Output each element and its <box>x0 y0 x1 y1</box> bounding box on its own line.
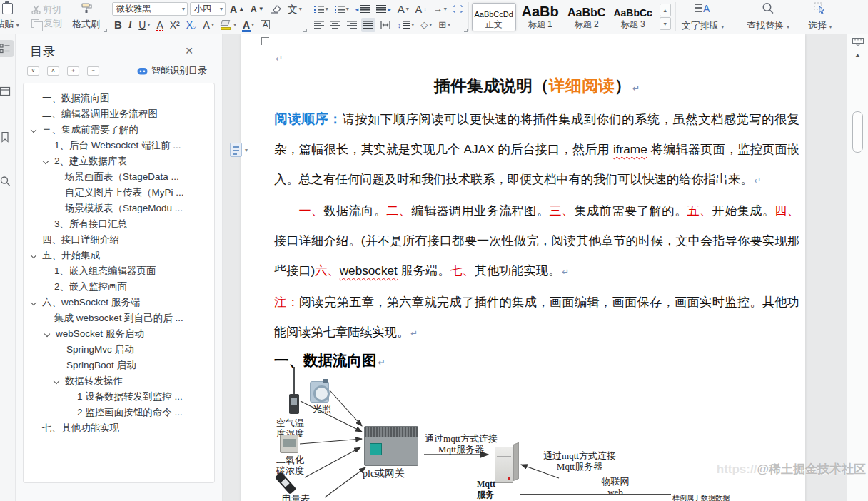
toc-item[interactable]: 数据转发操作 <box>24 373 214 389</box>
character-border-button[interactable]: A <box>258 18 272 32</box>
toc-item[interactable]: 自定义图片上传表（MyPi ... <box>24 185 214 201</box>
chevron-down-icon[interactable] <box>54 378 59 384</box>
show-marks-button[interactable] <box>451 2 465 16</box>
chevron-down-icon: ▾ <box>787 24 789 30</box>
toc-item[interactable]: 3、所有接口汇总 <box>24 216 214 232</box>
style-chip[interactable]: AaBbCc标题 3 <box>611 3 655 31</box>
expand-level-button[interactable]: ＋ <box>67 66 79 76</box>
collapse-all-button[interactable]: ∨ <box>27 66 39 76</box>
text-layout-button[interactable]: A 文字排版 ▾ <box>676 0 730 34</box>
pinyin-guide-button[interactable]: 文▾ <box>286 2 304 16</box>
style-chip[interactable]: AaBb标题 1 <box>518 3 562 31</box>
paragraph[interactable]: 一、数据流向。二、编辑器调用业务流程图。三、集成前需要了解的。五、开始集成。四、… <box>274 196 799 287</box>
style-chip[interactable]: AaBbCcDd正文 <box>472 3 516 31</box>
strikethrough-button[interactable]: A <box>154 18 165 32</box>
highlight-color-button[interactable]: ▾ <box>218 18 238 32</box>
paragraph[interactable]: 阅读顺序：请按如下顺序阅读可以更快速的将插件集成到你们的系统，虽然文档感觉写的很… <box>274 104 799 196</box>
toc-item[interactable]: 二、编辑器调用业务流程图 <box>24 106 214 122</box>
clear-format-button[interactable] <box>268 2 283 16</box>
superscript-icon: X² <box>170 20 180 30</box>
find-replace-button[interactable]: 查找替换 ▾ <box>741 0 795 34</box>
toc-item[interactable]: 集成 websocket 到自己的后 ... <box>24 310 214 326</box>
decrease-indent-button[interactable]: ◂ <box>353 2 373 16</box>
align-left-button[interactable] <box>312 18 326 32</box>
superscript-button[interactable]: X² <box>168 18 182 32</box>
copy-button[interactable]: 复制 <box>29 17 64 31</box>
chapter-pane-button[interactable] <box>0 83 14 100</box>
chevron-down-icon[interactable] <box>43 158 49 164</box>
scrollbar-thumb[interactable] <box>852 111 863 153</box>
toc-item[interactable]: 七、其他功能实现 <box>24 420 214 436</box>
subscript-button[interactable]: X₂ <box>184 18 199 32</box>
toc-item[interactable]: 场景模板表（StageModu ... <box>24 201 214 216</box>
doc-heading-1[interactable]: 一、数据流向图↵ <box>274 350 799 373</box>
toc-item[interactable]: 2 监控画面按钮的命令 ... <box>24 405 214 420</box>
change-case-button[interactable]: A▾ <box>395 2 411 16</box>
style-chip[interactable]: AaBbC标题 2 <box>565 3 609 31</box>
text-direction-button[interactable]: →▾ <box>431 2 449 16</box>
decrease-font-button[interactable]: A▼ <box>248 2 266 16</box>
toc-item[interactable]: SpringMvc 启动 <box>24 342 214 358</box>
toc-item[interactable]: 六、webSocket 服务端 <box>24 295 214 310</box>
font-size-combo[interactable]: 小四▾ <box>190 2 226 16</box>
toc-item[interactable]: 2、嵌入监控画面 <box>24 279 214 295</box>
collapse-level-button[interactable]: － <box>87 66 99 76</box>
toc-item[interactable]: 一、数据流向图 <box>24 91 214 106</box>
bold-button[interactable]: B <box>112 18 124 32</box>
distribute-button[interactable] <box>378 18 393 32</box>
underline-button[interactable]: U▾ <box>136 18 152 32</box>
chevron-down-icon[interactable] <box>31 127 36 133</box>
smart-toc-button[interactable]: 智能识别目录 <box>137 64 207 77</box>
object-anchor-icon[interactable] <box>230 143 242 157</box>
expand-all-button[interactable]: ∧ <box>47 66 59 76</box>
dialog-launcher-icon[interactable] <box>104 29 107 32</box>
close-icon[interactable]: ✕ <box>183 44 196 57</box>
document-page[interactable]: ↵ 插件集成说明（详细阅读）↵ 阅读顺序：请按如下顺序阅读可以更快速的将插件集成… <box>241 34 805 501</box>
chevron-down-icon[interactable] <box>31 300 36 305</box>
borders-button[interactable]: ⊞▾ <box>436 18 453 32</box>
justify-button[interactable] <box>361 18 375 32</box>
align-right-button[interactable] <box>345 18 359 32</box>
toc-item[interactable]: 1、嵌入组态编辑器页面 <box>24 263 214 279</box>
toc-item[interactable]: 2、建立数据库表 <box>24 153 214 169</box>
doc-title[interactable]: 插件集成说明（详细阅读）↵ <box>274 73 799 101</box>
toc-item[interactable]: 场景画面表（StageData ... <box>24 169 214 185</box>
shading-button[interactable]: ◇▾ <box>418 18 434 32</box>
gallery-up-button[interactable]: ▲ <box>660 4 671 16</box>
line-spacing-button[interactable]: ↕▾ <box>395 18 417 32</box>
toc-item[interactable]: 1、后台 Websocket 端往前 ... <box>24 138 214 153</box>
outline-pane-button[interactable] <box>0 40 14 57</box>
chevron-down-icon[interactable] <box>44 331 50 337</box>
dialog-launcher-icon[interactable] <box>303 29 307 32</box>
scroll-up-icon[interactable]: ▲ <box>854 51 861 59</box>
numbered-list-button[interactable]: ▾ <box>333 2 351 16</box>
find-pane-button[interactable] <box>0 173 14 190</box>
empty-paragraph[interactable]: ↵ <box>274 47 799 69</box>
paste-button[interactable]: 粘贴 ▾ <box>0 1 19 32</box>
toc-item[interactable]: 1 设备数据转发到监控 ... <box>24 389 214 405</box>
chevron-down-icon[interactable] <box>31 253 36 258</box>
text-effects-button[interactable]: A▾ <box>201 18 216 32</box>
toc-item[interactable]: 三、集成前需要了解的 <box>24 122 214 138</box>
toc-item[interactable]: SpringBoot 启动 <box>24 358 214 373</box>
font-family-combo[interactable]: 微软雅黑▾ <box>112 2 188 16</box>
select-button[interactable]: 选择 ▾ <box>802 0 838 34</box>
align-center-button[interactable] <box>328 18 343 32</box>
font-color-button[interactable]: A▾ <box>241 18 256 32</box>
paragraph[interactable]: 注：阅读完第五章，第六章就完成了插件的集成，画面编辑，画面保存，画面实时监控。其… <box>274 287 799 348</box>
format-painter-button[interactable]: 格式刷 <box>70 17 102 31</box>
cut-button[interactable]: 剪切 <box>29 3 64 17</box>
toc-item[interactable]: 五、开始集成 <box>24 248 214 263</box>
dialog-launcher-icon[interactable] <box>464 29 468 32</box>
toc-item[interactable]: 四、接口详细介绍 <box>24 232 214 248</box>
bullet-list-button[interactable]: ▾ <box>312 2 330 16</box>
bookmark-pane-button[interactable] <box>0 128 14 146</box>
increase-indent-button[interactable]: ▸ <box>374 2 393 16</box>
gallery-down-button[interactable]: ▼ <box>660 17 671 30</box>
ruler-toggle-icon[interactable] <box>852 38 864 46</box>
page-content[interactable]: ↵ 插件集成说明（详细阅读）↵ 阅读顺序：请按如下顺序阅读可以更快速的将插件集成… <box>241 34 805 499</box>
sort-button[interactable]: A↓ <box>413 2 429 16</box>
italic-button[interactable]: I <box>126 18 134 32</box>
toc-item[interactable]: webSocket 服务启动 <box>24 326 214 342</box>
increase-font-button[interactable]: A▲ <box>228 2 246 16</box>
